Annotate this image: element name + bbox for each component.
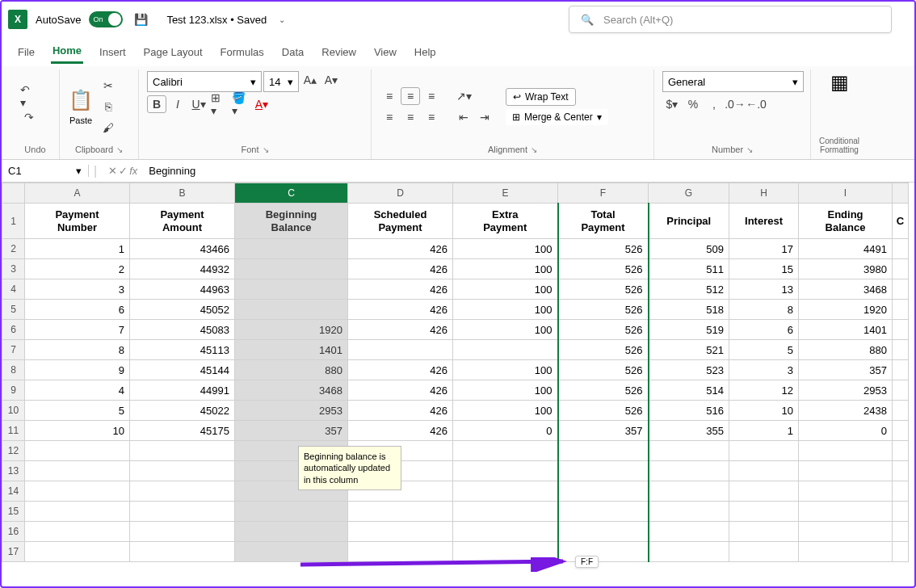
cell[interactable] — [893, 522, 909, 542]
cell[interactable] — [25, 461, 130, 481]
cell[interactable]: 100 — [453, 259, 558, 279]
header-cell[interactable]: PaymentAmount — [130, 204, 235, 239]
cell[interactable]: 526 — [558, 300, 649, 320]
font-size-select[interactable]: 14▾ — [263, 71, 299, 92]
cell[interactable]: 426 — [348, 401, 453, 421]
cell[interactable]: 45175 — [130, 421, 235, 441]
wrap-text-button[interactable]: ↩Wrap Text — [506, 88, 576, 106]
header-cell[interactable]: EndingBalance — [799, 204, 893, 239]
cell[interactable]: 45083 — [130, 320, 235, 340]
header-cell[interactable]: TotalPayment — [558, 204, 649, 239]
tab-view[interactable]: View — [372, 41, 398, 63]
cell[interactable] — [235, 502, 348, 522]
cell[interactable]: 12 — [729, 380, 799, 401]
decrease-indent-icon[interactable]: ⇤ — [454, 108, 473, 126]
cell[interactable] — [729, 461, 799, 481]
cell[interactable]: 355 — [649, 421, 729, 441]
cell[interactable]: 880 — [799, 340, 893, 360]
cell[interactable] — [893, 542, 909, 562]
cell[interactable] — [25, 522, 130, 542]
col-header-J[interactable] — [893, 183, 909, 204]
cell[interactable]: 15 — [729, 259, 799, 279]
col-header-D[interactable]: D — [348, 183, 453, 204]
cell[interactable] — [235, 279, 348, 300]
save-icon[interactable]: 💾 — [131, 10, 150, 28]
undo-button[interactable]: ↶ ▾ — [19, 87, 39, 105]
row-header-9[interactable]: 9 — [2, 380, 25, 401]
cell[interactable]: 426 — [348, 320, 453, 340]
cell[interactable]: 45144 — [130, 360, 235, 380]
cell[interactable]: 521 — [649, 340, 729, 360]
cell[interactable]: 100 — [453, 360, 558, 380]
row-header-14[interactable]: 14 — [2, 481, 25, 502]
cell[interactable]: 511 — [649, 259, 729, 279]
cell[interactable] — [799, 502, 893, 522]
cell[interactable]: 44963 — [130, 279, 235, 300]
cell[interactable] — [235, 300, 348, 320]
increase-decimal-icon[interactable]: .0→ — [725, 95, 745, 113]
row-header-15[interactable]: 15 — [2, 502, 25, 522]
cell[interactable]: 3468 — [235, 380, 348, 401]
cell[interactable]: 8 — [25, 340, 130, 360]
row-header-17[interactable]: 17 — [2, 542, 25, 562]
cell[interactable]: 100 — [453, 320, 558, 340]
cell[interactable] — [130, 542, 235, 562]
cell[interactable]: 1401 — [235, 340, 348, 360]
cell[interactable]: 45052 — [130, 300, 235, 320]
cell[interactable]: 17 — [729, 239, 799, 259]
copy-icon[interactable]: ⎘ — [99, 98, 118, 116]
row-header-6[interactable]: 6 — [2, 320, 25, 340]
row-header-3[interactable]: 3 — [2, 259, 25, 279]
cell[interactable]: 357 — [799, 360, 893, 380]
comma-icon[interactable]: , — [704, 95, 724, 113]
font-name-select[interactable]: Calibri▾ — [147, 71, 262, 92]
cell[interactable] — [729, 522, 799, 542]
currency-icon[interactable]: $▾ — [662, 95, 682, 113]
tab-data[interactable]: Data — [280, 41, 305, 63]
cell[interactable] — [453, 502, 558, 522]
align-left-icon[interactable]: ≡ — [380, 108, 399, 126]
cell[interactable]: 426 — [348, 300, 453, 320]
format-painter-icon[interactable]: 🖌 — [99, 119, 118, 136]
number-launcher-icon[interactable]: ↘ — [746, 145, 753, 154]
cell[interactable]: 880 — [235, 360, 348, 380]
row-header-10[interactable]: 10 — [2, 401, 25, 421]
tab-file[interactable]: File — [16, 41, 36, 63]
cell[interactable] — [453, 461, 558, 481]
header-cell[interactable]: PaymentNumber — [25, 204, 130, 239]
align-top-icon[interactable]: ≡ — [380, 87, 399, 105]
col-header-F[interactable]: F — [558, 183, 649, 204]
cell[interactable]: 5 — [729, 340, 799, 360]
cell[interactable]: 44991 — [130, 380, 235, 401]
italic-button[interactable]: I — [168, 95, 187, 113]
clipboard-launcher-icon[interactable]: ↘ — [116, 145, 123, 154]
col-header-A[interactable]: A — [25, 183, 130, 204]
formula-input[interactable]: Beginning — [144, 165, 200, 177]
cell[interactable] — [348, 502, 453, 522]
align-middle-icon[interactable]: ≡ — [401, 87, 420, 105]
header-cell[interactable]: Principal — [649, 204, 729, 239]
cell[interactable]: 526 — [558, 259, 649, 279]
fill-color-button[interactable]: 🪣▾ — [231, 95, 250, 113]
cell[interactable]: 357 — [235, 421, 348, 441]
cell[interactable]: 1 — [729, 421, 799, 441]
autosave-toggle[interactable]: On — [89, 11, 123, 27]
cell[interactable]: 426 — [348, 239, 453, 259]
cell[interactable]: 0 — [799, 421, 893, 441]
cut-icon[interactable]: ✂ — [99, 77, 118, 94]
cell[interactable] — [558, 522, 649, 542]
header-cell[interactable]: ExtraPayment — [453, 204, 558, 239]
cell[interactable] — [729, 481, 799, 502]
cell[interactable] — [893, 502, 909, 522]
cell[interactable]: 426 — [348, 380, 453, 401]
cell[interactable]: 44932 — [130, 259, 235, 279]
cell[interactable]: 2438 — [799, 401, 893, 421]
cell[interactable]: 2953 — [799, 380, 893, 401]
cell[interactable] — [130, 522, 235, 542]
cell[interactable]: 9 — [25, 360, 130, 380]
cell[interactable]: 100 — [453, 239, 558, 259]
cell[interactable]: 3468 — [799, 279, 893, 300]
row-header-11[interactable]: 11 — [2, 421, 25, 441]
align-right-icon[interactable]: ≡ — [422, 108, 441, 126]
cell[interactable]: 2953 — [235, 401, 348, 421]
